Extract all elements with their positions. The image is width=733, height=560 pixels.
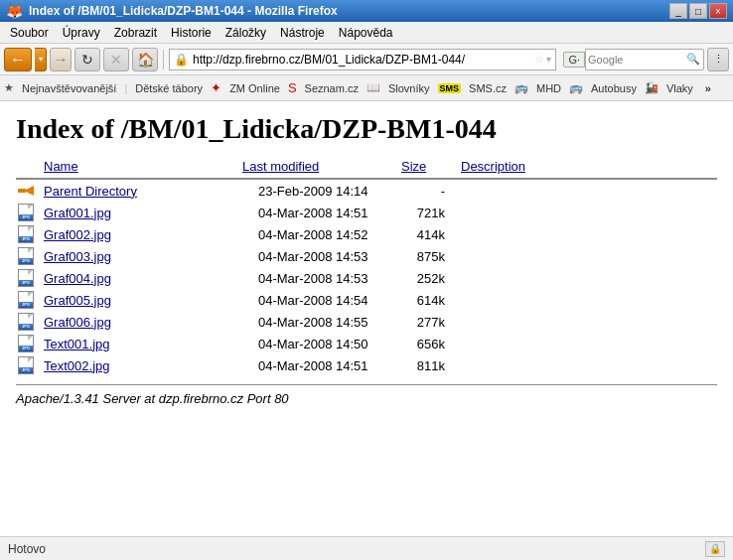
divider xyxy=(16,384,717,385)
table-row: JPG Graf003.jpg04-Mar-2008 14:53875k xyxy=(16,245,717,267)
search-box[interactable]: 🔍 xyxy=(585,49,704,70)
sort-name[interactable]: Name xyxy=(44,159,78,174)
file-desc xyxy=(461,202,717,223)
menu-historie[interactable]: Historie xyxy=(165,24,218,42)
col-desc-header: Description xyxy=(461,157,717,179)
menu-upravy[interactable]: Úpravy xyxy=(57,24,106,42)
file-name: Graf004.jpg xyxy=(44,267,242,289)
file-link[interactable]: Graf001.jpg xyxy=(44,206,111,220)
address-bar[interactable]: 🔒 ☆ ▾ xyxy=(169,49,556,70)
page-title: Index of /BM/01_Lidicka/DZP-BM1-044 xyxy=(16,113,717,145)
bookmark-mhd[interactable]: MHD xyxy=(532,81,565,95)
file-size: 614k xyxy=(401,289,461,311)
file-link[interactable]: Graf003.jpg xyxy=(44,249,111,264)
stop-button[interactable]: ✕ xyxy=(103,48,129,71)
bookmark-sms[interactable]: SMS.cz xyxy=(465,81,511,95)
sort-desc[interactable]: Description xyxy=(461,159,525,174)
table-row: JPG Graf001.jpg04-Mar-2008 14:51721k xyxy=(16,202,717,223)
table-row: JPG Graf002.jpg04-Mar-2008 14:52414k xyxy=(16,223,717,245)
file-name: Graf003.jpg xyxy=(44,245,242,267)
nav-divider xyxy=(163,50,164,70)
menu-soubor[interactable]: Soubor xyxy=(4,24,55,42)
address-input[interactable] xyxy=(193,53,532,67)
menu-bar: Soubor Úpravy Zobrazit Historie Záložky … xyxy=(0,22,733,44)
col-date-header: Last modified xyxy=(242,157,401,179)
bookmark-detske-tabory[interactable]: Dětské tábory xyxy=(131,81,207,95)
sort-date[interactable]: Last modified xyxy=(242,159,319,174)
file-size: 875k xyxy=(401,245,461,267)
file-date: 04-Mar-2008 14:53 xyxy=(242,245,401,267)
table-row: Parent Directory23-Feb-2009 14:14- xyxy=(16,179,717,202)
home-button[interactable]: 🏠 xyxy=(132,48,158,71)
bookmark-vlaky[interactable]: Vlaky xyxy=(662,81,697,95)
file-icon: JPG xyxy=(16,333,44,354)
bookmark-autobusy[interactable]: Autobusy xyxy=(587,81,641,95)
jpg-file-icon: JPG xyxy=(18,335,34,352)
back-button[interactable]: ← xyxy=(4,48,32,71)
file-name: Graf001.jpg xyxy=(44,202,242,223)
file-icon: JPG xyxy=(16,354,44,376)
file-date: 04-Mar-2008 14:50 xyxy=(242,333,401,354)
minimize-button[interactable]: _ xyxy=(669,3,687,19)
bookmark-slovniky[interactable]: Slovníky xyxy=(384,81,434,95)
file-icon: JPG xyxy=(16,289,44,311)
file-link[interactable]: Graf002.jpg xyxy=(44,227,111,242)
bookmark-more[interactable]: » xyxy=(701,81,715,95)
file-table: Name Last modified Size Description Pare… xyxy=(16,157,717,376)
ssl-icon: 🔒 xyxy=(705,541,725,557)
file-date: 04-Mar-2008 14:52 xyxy=(242,223,401,245)
window-controls: _ □ × xyxy=(669,3,727,19)
jpg-file-icon: JPG xyxy=(18,247,34,265)
file-link[interactable]: Graf004.jpg xyxy=(44,271,111,286)
file-name: Text001.jpg xyxy=(44,333,242,354)
file-link[interactable]: Graf006.jpg xyxy=(44,315,111,330)
search-input[interactable] xyxy=(586,54,683,66)
file-desc xyxy=(461,333,717,354)
file-link[interactable]: Graf005.jpg xyxy=(44,293,111,308)
file-desc xyxy=(461,311,717,333)
sort-size[interactable]: Size xyxy=(401,159,426,174)
forward-button[interactable]: → xyxy=(50,48,72,71)
window-title: Index of /BM/01_Lidicka/DZP-BM1-044 - Mo… xyxy=(29,4,338,18)
bookmarks-bar: ★ Nejnavštěvovanější | Dětské tábory ✦ Z… xyxy=(0,75,733,101)
table-row: JPG Text001.jpg04-Mar-2008 14:50656k xyxy=(16,333,717,354)
file-size: 277k xyxy=(401,311,461,333)
bookmark-seznam[interactable]: Seznam.cz xyxy=(301,81,363,95)
menu-napoveda[interactable]: Nápověda xyxy=(333,24,399,42)
parent-dir-icon xyxy=(16,182,36,200)
file-link[interactable]: Parent Directory xyxy=(44,184,137,199)
maximize-button[interactable]: □ xyxy=(689,3,707,19)
nav-extra-button[interactable]: ⋮ xyxy=(707,48,729,71)
table-row: JPG Graf006.jpg04-Mar-2008 14:55277k xyxy=(16,311,717,333)
file-size: 721k xyxy=(401,202,461,223)
table-row: JPG Graf005.jpg04-Mar-2008 14:54614k xyxy=(16,289,717,311)
content-area: Index of /BM/01_Lidicka/DZP-BM1-044 Name… xyxy=(0,101,733,536)
title-bar: 🦊 Index of /BM/01_Lidicka/DZP-BM1-044 - … xyxy=(0,0,733,22)
file-date: 23-Feb-2009 14:14 xyxy=(242,179,401,202)
file-icon xyxy=(16,179,44,202)
status-bar: Hotovo 🔒 xyxy=(0,536,733,560)
file-size: 656k xyxy=(401,333,461,354)
file-name: Graf006.jpg xyxy=(44,311,242,333)
jpg-file-icon: JPG xyxy=(18,356,34,374)
file-desc xyxy=(461,179,717,202)
file-icon: JPG xyxy=(16,267,44,289)
file-name: Text002.jpg xyxy=(44,354,242,376)
bookmark-zm-online[interactable]: ZM Online xyxy=(225,81,284,95)
table-row: JPG Graf004.jpg04-Mar-2008 14:53252k xyxy=(16,267,717,289)
file-desc xyxy=(461,267,717,289)
file-date: 04-Mar-2008 14:51 xyxy=(242,202,401,223)
back-dropdown[interactable]: ▾ xyxy=(35,48,47,71)
nav-bar: ← ▾ → ↻ ✕ 🏠 🔒 ☆ ▾ G· 🔍 ⋮ xyxy=(0,44,733,75)
file-desc xyxy=(461,245,717,267)
menu-nastroje[interactable]: Nástroje xyxy=(274,24,331,42)
menu-zalozky[interactable]: Záložky xyxy=(220,24,272,42)
file-link[interactable]: Text002.jpg xyxy=(44,358,110,373)
reload-button[interactable]: ↻ xyxy=(74,48,100,71)
file-name: Parent Directory xyxy=(44,179,242,202)
bookmark-nejnavstevovanejsi[interactable]: Nejnavštěvovanější xyxy=(18,81,120,95)
menu-zobrazit[interactable]: Zobrazit xyxy=(108,24,163,42)
close-button[interactable]: × xyxy=(709,3,727,19)
col-name-header: Name xyxy=(44,157,242,179)
file-link[interactable]: Text001.jpg xyxy=(44,337,110,351)
